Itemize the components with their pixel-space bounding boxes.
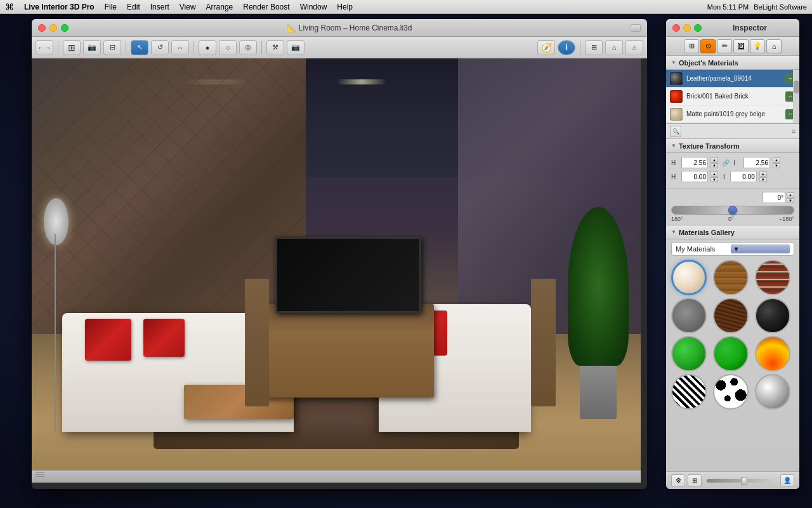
inspector-tab-light[interactable]: 💡 [750, 39, 765, 53]
inspector-tab-material[interactable]: ⊙ [700, 39, 716, 53]
inspector-close[interactable] [672, 24, 680, 32]
menu-edit[interactable]: Edit [127, 3, 140, 11]
i-down-1[interactable]: ▼ [773, 163, 780, 168]
gallery-item-black[interactable] [755, 298, 790, 333]
i-up-1[interactable]: ▲ [773, 157, 780, 163]
gallery-item-cream[interactable] [671, 260, 707, 295]
sphere-tool[interactable]: ● [199, 40, 216, 55]
menu-time: Mon 5:11 PM [707, 3, 749, 11]
i-stepper-2[interactable]: ▲ ▼ [759, 171, 767, 182]
lamp-pole [55, 234, 56, 432]
angle-slider-track[interactable] [671, 206, 794, 215]
angle-down[interactable]: ▼ [787, 198, 794, 203]
inspector-tab-scene[interactable]: ⌂ [766, 39, 782, 53]
gallery-item-green2[interactable] [713, 336, 749, 371]
close-button[interactable] [38, 24, 46, 32]
angle-stepper[interactable]: ▲ ▼ [787, 192, 794, 203]
home-btn[interactable]: ⌂ [605, 40, 623, 55]
h-up-2[interactable]: ▲ [710, 171, 718, 177]
move-tool[interactable]: ↔ [171, 40, 189, 55]
orbit-tool[interactable]: ○ [219, 40, 237, 55]
window-zoom-btn[interactable] [631, 24, 641, 32]
floor-plan-btn[interactable]: ⊞ [63, 40, 81, 55]
app-name[interactable]: Live Interior 3D Pro [24, 3, 95, 11]
material-item-3[interactable]: Matte paint/1019 grey beige ↔ [666, 105, 799, 123]
nav-back-forward-btn[interactable]: ←→ [36, 40, 53, 55]
h-stepper-1[interactable]: ▲ ▼ [710, 157, 718, 168]
inspector-tab-edit[interactable]: ✏ [717, 39, 732, 53]
plant-pot [580, 366, 617, 419]
h-label-1: H [671, 159, 679, 166]
dropdown-arrow-icon: ▼ [731, 244, 790, 253]
gallery-item-fire[interactable] [755, 336, 790, 371]
resize-handle[interactable] [36, 472, 44, 481]
i-stepper-1[interactable]: ▲ ▼ [773, 157, 780, 168]
inspector-grid-btn[interactable]: ⊞ [688, 474, 702, 487]
camera-snapshot[interactable]: 📷 [287, 40, 304, 55]
angle-input[interactable]: 0° [763, 192, 785, 203]
angle-up[interactable]: ▲ [787, 192, 794, 197]
inspector-user-btn[interactable]: 👤 [780, 474, 794, 487]
i-input-1[interactable]: 2.56 [743, 157, 770, 168]
materials-scrollbar[interactable] [793, 70, 799, 123]
inspector-maximize[interactable] [694, 24, 702, 32]
measure-tool[interactable]: ⚒ [266, 40, 284, 55]
gallery-item-green1[interactable] [671, 336, 707, 371]
viewport[interactable] [32, 58, 641, 483]
materials-scrollbar-thumb[interactable] [794, 81, 799, 93]
menu-render-boost[interactable]: Render Boost [243, 3, 289, 11]
3d-nav-btn[interactable]: 🧭 [537, 40, 555, 55]
gallery-item-darkwood[interactable] [713, 298, 749, 333]
angle-slider-thumb[interactable] [728, 206, 737, 215]
camera-btn[interactable]: 📷 [83, 40, 101, 55]
material-eyedropper[interactable]: 🔍 [670, 126, 681, 137]
menu-arrange[interactable]: Arrange [206, 3, 233, 11]
gallery-item-dalmatian[interactable] [713, 374, 749, 410]
grid-view-btn[interactable]: ⊞ [585, 40, 603, 55]
more-options-icon[interactable]: ≡ [792, 128, 796, 135]
target-tool[interactable]: ◎ [239, 40, 257, 55]
h-down-2[interactable]: ▼ [710, 177, 718, 182]
gallery-item-wood[interactable] [713, 260, 749, 295]
select-tool[interactable]: ↖ [131, 40, 148, 55]
menu-view[interactable]: View [180, 3, 196, 11]
menu-window[interactable]: Window [300, 3, 327, 11]
material-item-2[interactable]: Brick/001 Baked Brick ↔ [666, 88, 799, 105]
rotate-tool[interactable]: ↺ [151, 40, 169, 55]
info-btn[interactable]: ℹ [558, 40, 575, 55]
toolbar-separator-2 [126, 41, 126, 54]
h-input-1[interactable]: 2.56 [681, 157, 708, 168]
view-btn[interactable]: ⊟ [103, 40, 121, 55]
gallery-dropdown[interactable]: My Materials ▼ [671, 242, 794, 256]
h-input-2[interactable]: 0.00 [681, 171, 708, 182]
menu-help[interactable]: Help [337, 3, 353, 11]
h-down-1[interactable]: ▼ [710, 163, 718, 168]
inspector-settings-btn[interactable]: ⚙ [671, 474, 685, 487]
gallery-item-brick[interactable] [755, 260, 790, 295]
scene-btn[interactable]: ⌂ [625, 40, 643, 55]
inspector-minimize[interactable] [683, 24, 691, 32]
inspector-zoom-slider[interactable] [707, 479, 775, 483]
gallery-item-silver[interactable] [755, 374, 790, 410]
menu-insert[interactable]: Insert [150, 3, 169, 11]
i-up-2[interactable]: ▲ [759, 171, 767, 177]
angle-slider-container: 0° ▲ ▼ 180° 0° −180° [666, 189, 799, 225]
i-down-2[interactable]: ▼ [759, 177, 767, 182]
inspector-zoom-thumb[interactable] [741, 477, 747, 485]
maximize-button[interactable] [61, 24, 69, 32]
h-up-1[interactable]: ▲ [710, 157, 718, 163]
h-stepper-2[interactable]: ▲ ▼ [710, 171, 718, 182]
speaker-right [531, 279, 555, 406]
inspector-traffic-lights [672, 24, 702, 32]
toolbar-separator-3 [193, 41, 194, 54]
gallery-item-zebra[interactable] [671, 374, 707, 410]
i-input-2[interactable]: 0.00 [730, 171, 757, 182]
minimize-button[interactable] [49, 24, 57, 32]
gallery-item-concrete[interactable] [671, 298, 707, 333]
inspector-tab-texture[interactable]: 🖼 [733, 39, 749, 53]
material-item-1[interactable]: Leather/pamela_09014 ↔ [666, 70, 799, 88]
toolbar-separator-4 [261, 41, 262, 54]
menu-file[interactable]: File [105, 3, 117, 11]
inspector-tab-object[interactable]: ⊞ [684, 39, 699, 53]
apple-menu[interactable]: ⌘ [5, 2, 14, 12]
